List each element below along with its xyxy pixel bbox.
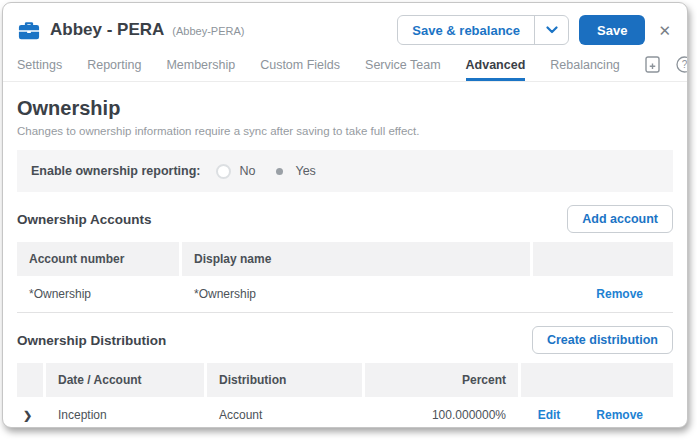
column-actions: [533, 242, 673, 276]
column-distribution: Distribution: [207, 363, 362, 397]
save-rebalance-dropdown[interactable]: [534, 16, 568, 44]
radio-no-label[interactable]: No: [239, 164, 255, 178]
tab-advanced[interactable]: Advanced: [466, 58, 526, 81]
table-row: *Ownership *Ownership Remove: [17, 276, 673, 313]
column-actions: [521, 363, 673, 397]
save-button[interactable]: Save: [579, 15, 645, 45]
accounts-section-header: Ownership Accounts Add account: [17, 205, 673, 233]
radio-yes[interactable]: [272, 164, 287, 179]
dialog-header: Abbey - PERA (Abbey-PERA) Save & rebalan…: [3, 3, 687, 46]
table-row: ❯ Inception Account 100.000000% Edit Rem…: [17, 397, 673, 428]
close-icon[interactable]: ✕: [658, 23, 671, 38]
tab-bar: Settings Reporting Membership Custom Fie…: [3, 46, 687, 82]
add-account-button[interactable]: Add account: [567, 205, 673, 233]
accounts-section-title: Ownership Accounts: [17, 212, 152, 227]
radio-yes-label[interactable]: Yes: [295, 164, 315, 178]
enable-reporting-band: Enable ownership reporting: No Yes: [17, 150, 673, 192]
column-expander: [17, 363, 43, 397]
enable-reporting-label: Enable ownership reporting:: [31, 164, 200, 178]
column-display-name: Display name: [182, 242, 530, 276]
tab-membership[interactable]: Membership: [166, 58, 235, 81]
distribution-section-header: Ownership Distribution Create distributi…: [17, 326, 673, 354]
distribution-cell: Account: [207, 397, 362, 428]
distribution-table: Date / Account Distribution Percent ❯ In…: [17, 363, 673, 428]
column-account-number: Account number: [17, 242, 179, 276]
accounts-table: Account number Display name *Ownership *…: [17, 242, 673, 313]
help-icon[interactable]: ?: [676, 56, 688, 73]
edit-distribution-link[interactable]: Edit: [538, 408, 561, 422]
accounts-table-header: Account number Display name: [17, 242, 673, 276]
chevron-right-icon[interactable]: ❯: [23, 409, 32, 421]
save-rebalance-button[interactable]: Save & rebalance: [398, 16, 534, 44]
tab-custom-fields[interactable]: Custom Fields: [260, 58, 340, 81]
account-number-cell: *Ownership: [17, 276, 179, 312]
add-note-icon[interactable]: [645, 56, 660, 73]
distribution-table-header: Date / Account Distribution Percent: [17, 363, 673, 397]
radio-no[interactable]: [216, 164, 231, 179]
reporting-radio-group: No Yes: [216, 164, 332, 179]
section-heading: Ownership: [17, 97, 673, 120]
column-percent: Percent: [365, 363, 518, 397]
create-distribution-button[interactable]: Create distribution: [532, 326, 673, 354]
percent-cell: 100.000000%: [365, 397, 518, 428]
date-account-cell: Inception: [46, 397, 204, 428]
account-edit-dialog: Abbey - PERA (Abbey-PERA) Save & rebalan…: [2, 2, 688, 428]
tab-reporting[interactable]: Reporting: [87, 58, 141, 81]
display-name-cell: *Ownership: [182, 276, 530, 312]
tab-settings[interactable]: Settings: [17, 58, 62, 81]
chevron-down-icon: [546, 26, 558, 34]
account-code: (Abbey-PERA): [172, 25, 244, 37]
remove-account-link[interactable]: Remove: [596, 287, 643, 301]
distribution-section-title: Ownership Distribution: [17, 333, 166, 348]
briefcase-icon: [17, 19, 41, 41]
remove-distribution-link[interactable]: Remove: [596, 408, 643, 422]
page-title: Abbey - PERA: [50, 20, 164, 40]
svg-text:?: ?: [682, 59, 688, 70]
column-date-account: Date / Account: [46, 363, 204, 397]
save-rebalance-split-button: Save & rebalance: [397, 15, 569, 45]
section-description: Changes to ownership information require…: [17, 125, 673, 137]
tab-rebalancing[interactable]: Rebalancing: [550, 58, 620, 81]
tab-service-team[interactable]: Service Team: [365, 58, 441, 81]
